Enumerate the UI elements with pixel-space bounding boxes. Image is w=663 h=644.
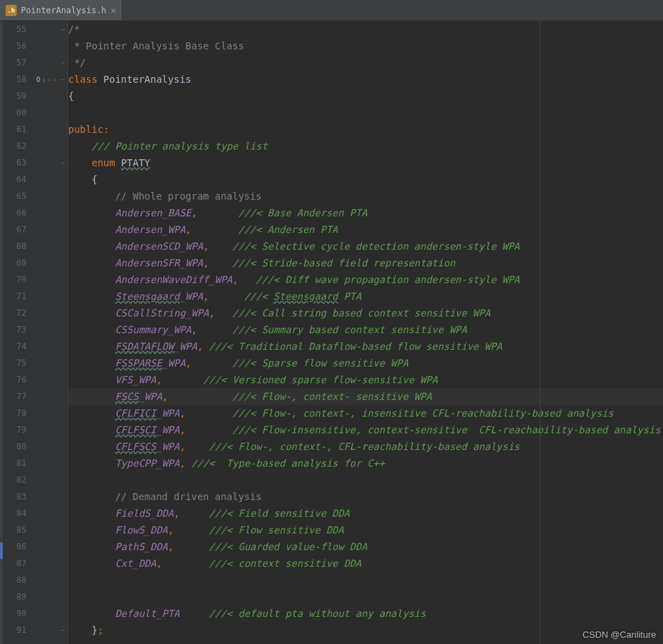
code-line[interactable]: enum PTATY: [68, 154, 663, 171]
fold-handle[interactable]: −: [58, 622, 67, 638]
code-line[interactable]: FlowS_DDA, ///< Flow sensitive DDA: [68, 522, 663, 538]
code-line[interactable]: * Pointer Analysis Base Class: [68, 38, 663, 54]
fold-handle[interactable]: [58, 472, 67, 488]
code-line[interactable]: {: [68, 88, 663, 104]
fold-handle[interactable]: [58, 438, 67, 455]
gutter-annotation[interactable]: [31, 538, 58, 555]
fold-handle[interactable]: −: [58, 71, 67, 88]
fold-handle[interactable]: [58, 204, 67, 221]
gutter-annotation[interactable]: [31, 321, 58, 338]
line-number[interactable]: 55: [3, 21, 31, 38]
gutter-annotation[interactable]: [31, 104, 58, 121]
gutter-annotation[interactable]: [31, 371, 58, 388]
line-number[interactable]: 59: [3, 88, 31, 104]
gutter-annotation[interactable]: [31, 271, 58, 288]
line-number[interactable]: 82: [3, 472, 31, 488]
gutter-annotation[interactable]: [31, 555, 58, 572]
line-number[interactable]: 75: [3, 355, 31, 371]
gutter-annotation[interactable]: [31, 505, 58, 522]
code-line[interactable]: /// Pointer analysis type list: [68, 138, 663, 154]
line-number[interactable]: 72: [3, 305, 31, 321]
line-number[interactable]: 58: [3, 71, 31, 88]
code-line[interactable]: CFLFSCS_WPA, ///< Flow-, context-, CFL-r…: [68, 438, 663, 455]
gutter-annotation[interactable]: [31, 288, 58, 305]
code-line[interactable]: [68, 104, 663, 121]
gutter-annotation[interactable]: [31, 622, 58, 638]
line-number-gutter[interactable]: 5556575859606162636465666768697071727374…: [3, 21, 31, 644]
line-number[interactable]: 71: [3, 288, 31, 305]
line-number[interactable]: 63: [3, 154, 31, 171]
code-text-area[interactable]: /* * Pointer Analysis Base Class */class…: [68, 21, 663, 644]
line-number[interactable]: 87: [3, 555, 31, 572]
line-number[interactable]: 62: [3, 138, 31, 154]
fold-handle[interactable]: −: [58, 21, 67, 38]
line-number[interactable]: 89: [3, 588, 31, 605]
fold-handle[interactable]: [58, 255, 67, 271]
code-line[interactable]: [68, 588, 663, 605]
fold-handle[interactable]: [58, 371, 67, 388]
fold-handle[interactable]: [58, 121, 67, 138]
gutter-annotation[interactable]: [31, 188, 58, 204]
code-line[interactable]: CFLFICI_WPA, ///< Flow-, context-, insen…: [68, 405, 663, 421]
code-editor[interactable]: 5556575859606162636465666768697071727374…: [0, 21, 663, 644]
code-line[interactable]: class PointerAnalysis: [68, 71, 663, 88]
gutter-annotation[interactable]: [31, 355, 58, 371]
line-number[interactable]: 65: [3, 188, 31, 204]
line-number[interactable]: 68: [3, 238, 31, 255]
fold-handle[interactable]: [58, 271, 67, 288]
code-line[interactable]: AndersenWaveDiff_WPA, ///< Diff wave pro…: [68, 271, 663, 288]
fold-handle[interactable]: [58, 421, 67, 438]
line-number[interactable]: 91: [3, 622, 31, 638]
code-line[interactable]: CSCallString_WPA, ///< Call string based…: [68, 305, 663, 321]
code-line[interactable]: public:: [68, 121, 663, 138]
line-number[interactable]: 83: [3, 488, 31, 505]
gutter-annotation[interactable]: [31, 605, 58, 622]
line-number[interactable]: 74: [3, 338, 31, 355]
fold-handle[interactable]: [58, 405, 67, 421]
gutter-annotation[interactable]: O↓›‹: [31, 71, 58, 88]
code-line[interactable]: FieldS_DDA, ///< Field sensitive DDA: [68, 505, 663, 522]
fold-handle[interactable]: [58, 88, 67, 104]
code-line[interactable]: AndersenSCD_WPA, ///< Selective cycle de…: [68, 238, 663, 255]
gutter-annotation[interactable]: [31, 171, 58, 188]
fold-gutter[interactable]: −−−−−: [58, 21, 68, 644]
gutter-annotation[interactable]: [31, 438, 58, 455]
line-number[interactable]: 84: [3, 505, 31, 522]
line-number[interactable]: 56: [3, 38, 31, 54]
gutter-annotation[interactable]: [31, 522, 58, 538]
fold-handle[interactable]: [58, 221, 67, 238]
line-number[interactable]: 60: [3, 104, 31, 121]
gutter-annotation[interactable]: [31, 238, 58, 255]
fold-handle[interactable]: [58, 238, 67, 255]
code-line[interactable]: PathS_DDA, ///< Guarded value-flow DDA: [68, 538, 663, 555]
fold-handle[interactable]: [58, 288, 67, 305]
gutter-annotation[interactable]: [31, 305, 58, 321]
line-number[interactable]: 73: [3, 321, 31, 338]
code-line[interactable]: FSSPARSE_WPA, ///< Sparse flow sensitive…: [68, 355, 663, 371]
fold-handle[interactable]: [58, 104, 67, 121]
line-number[interactable]: 86: [3, 538, 31, 555]
fold-handle[interactable]: [58, 338, 67, 355]
override-icon[interactable]: O: [36, 76, 40, 83]
close-tab-icon[interactable]: ×: [111, 5, 116, 16]
line-number[interactable]: 69: [3, 255, 31, 271]
code-line[interactable]: {: [68, 171, 663, 188]
code-line[interactable]: // Whole program analysis: [68, 188, 663, 204]
line-number[interactable]: 81: [3, 455, 31, 472]
gutter-annotation[interactable]: [31, 388, 58, 405]
code-line[interactable]: // Demand driven analysis: [68, 488, 663, 505]
line-number[interactable]: 85: [3, 522, 31, 538]
gutter-annotation[interactable]: [31, 472, 58, 488]
code-line[interactable]: Steensgaard_WPA, ///< Steensgaard PTA: [68, 288, 663, 305]
code-line[interactable]: [68, 472, 663, 488]
line-number[interactable]: 57: [3, 54, 31, 71]
gutter-annotation[interactable]: [31, 138, 58, 154]
gutter-annotation[interactable]: [31, 588, 58, 605]
gutter-annotation[interactable]: [31, 121, 58, 138]
annotation-gutter[interactable]: O↓›‹: [31, 21, 58, 644]
line-number[interactable]: 76: [3, 371, 31, 388]
fold-handle[interactable]: [58, 138, 67, 154]
fold-handle[interactable]: [58, 171, 67, 188]
fold-handle[interactable]: [58, 388, 67, 405]
line-number[interactable]: 64: [3, 171, 31, 188]
